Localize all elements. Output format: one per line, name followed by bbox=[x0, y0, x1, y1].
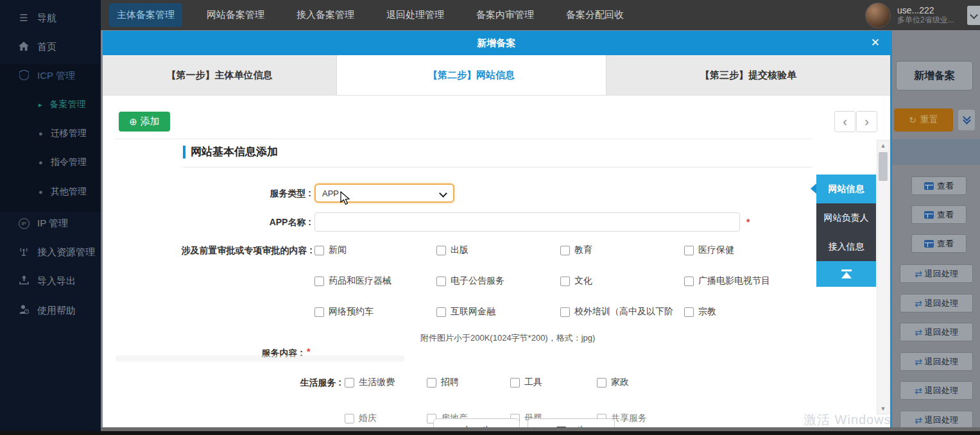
view-label: 查看 bbox=[937, 238, 954, 250]
view-button[interactable]: 查看 bbox=[911, 176, 967, 195]
sidebar-subitem-migration-mgmt[interactable]: ● 迁移管理 bbox=[0, 121, 101, 146]
back-to-top-button[interactable] bbox=[816, 261, 876, 287]
return-handle-button[interactable]: ⇄ 退回处理 bbox=[900, 381, 973, 400]
anchor-pointer-icon bbox=[811, 183, 816, 194]
modal-header: 新增备案 ✕ bbox=[103, 31, 890, 55]
checkbox-label: 生活缴费 bbox=[359, 377, 395, 388]
section-title-bar bbox=[183, 146, 185, 158]
return-handle-button[interactable]: ⇄ 退回处理 bbox=[900, 323, 973, 341]
sidebar-subitem-label: 指令管理 bbox=[51, 157, 87, 168]
step-tab-subject-info[interactable]: 【第一步】主体单位信息 bbox=[103, 55, 337, 95]
prev-page-button[interactable]: ‹ bbox=[834, 111, 855, 132]
anchor-access-info[interactable]: 接入信息 bbox=[816, 232, 876, 261]
return-handle-button[interactable]: ⇄ 退回处理 bbox=[900, 411, 973, 429]
checkbox-recruiting[interactable]: 招聘 bbox=[427, 377, 459, 388]
sidebar-item-ip[interactable]: IP IP 管理 bbox=[0, 210, 101, 236]
checkbox-icon bbox=[510, 378, 520, 388]
checkbox-wedding[interactable]: 婚庆 bbox=[345, 413, 377, 424]
checkbox-label: 新闻 bbox=[329, 244, 347, 256]
checkbox-fintech[interactable]: 互联网金融 bbox=[436, 306, 495, 318]
view-button[interactable]: 查看 bbox=[911, 205, 967, 224]
checkbox-label: 宗教 bbox=[698, 306, 716, 318]
checkbox-label: 网络预约车 bbox=[329, 306, 374, 318]
sidebar-item-nav[interactable]: ☰ 导航 bbox=[0, 5, 101, 31]
user-org: 多单位2省级业... bbox=[897, 15, 965, 25]
checkbox-news[interactable]: 新闻 bbox=[314, 244, 347, 256]
collapse-toolbar-button[interactable] bbox=[958, 110, 975, 130]
user-dropdown-button[interactable] bbox=[967, 6, 980, 25]
checkbox-education[interactable]: 教育 bbox=[560, 244, 592, 256]
checkbox-culture[interactable]: 文化 bbox=[560, 275, 592, 287]
anchor-website-manager[interactable]: 网站负责人 bbox=[816, 203, 876, 232]
checkbox-icon bbox=[436, 277, 446, 286]
checkbox-bbs[interactable]: 电子公告服务 bbox=[436, 275, 504, 287]
checkbox-label: 出版 bbox=[451, 244, 469, 256]
return-handle-button[interactable]: ⇄ 退回处理 bbox=[900, 294, 973, 312]
checkbox-pharma[interactable]: 药品和医疗器械 bbox=[314, 275, 391, 287]
checkbox-label: 互联网金融 bbox=[451, 306, 495, 318]
view-label: 查看 bbox=[937, 209, 954, 221]
tab-internal-review[interactable]: 备案内审管理 bbox=[469, 3, 542, 27]
view-button[interactable]: 查看 bbox=[911, 234, 967, 253]
checkbox-training[interactable]: 校外培训（高中及以下阶 bbox=[560, 306, 673, 318]
user-text: use...222 多单位2省级业... bbox=[897, 5, 965, 25]
return-handle-button[interactable]: ⇄ 退回处理 bbox=[900, 352, 973, 371]
tab-filing-allocation[interactable]: 备案分配回收 bbox=[558, 3, 632, 27]
checkbox-tools[interactable]: 工具 bbox=[510, 377, 542, 388]
checkbox-icon bbox=[427, 378, 436, 388]
modal-step-tabs: 【第一步】主体单位信息 【第二步】网站信息 【第三步】提交核验单 bbox=[103, 55, 890, 96]
checkbox-ridehailing[interactable]: 网络预约车 bbox=[314, 306, 374, 318]
checkbox-label: 家政 bbox=[611, 377, 629, 388]
close-icon[interactable]: ✕ bbox=[871, 36, 880, 49]
sidebar-item-home[interactable]: 首页 bbox=[0, 34, 101, 60]
checkbox-icon bbox=[684, 307, 694, 317]
checkbox-icon bbox=[684, 277, 694, 286]
new-filing-modal: 新增备案 ✕ 【第一步】主体单位信息 【第二步】网站信息 【第三步】提交核验单 … bbox=[103, 31, 892, 427]
tab-website-filing[interactable]: 网站备案管理 bbox=[199, 3, 272, 27]
checkbox-icon bbox=[597, 378, 606, 388]
tab-subject-filing[interactable]: 主体备案管理 bbox=[109, 3, 182, 27]
return-handle-button[interactable]: ⇄ 退回处理 bbox=[900, 264, 973, 283]
tab-access-filing[interactable]: 接入备案管理 bbox=[289, 3, 362, 27]
app-name-input[interactable] bbox=[314, 212, 740, 232]
reset-button[interactable]: ↻ 重置 bbox=[894, 108, 953, 132]
checkbox-religion[interactable]: 宗教 bbox=[684, 306, 716, 318]
sidebar-subitem-filing-mgmt[interactable]: ▸ 备案管理 bbox=[0, 92, 101, 117]
sidebar-item-access-resources[interactable]: 接入资源管理 bbox=[0, 239, 101, 265]
service-type-select[interactable]: APP bbox=[314, 183, 454, 203]
view-label: 查看 bbox=[937, 180, 954, 192]
checkbox-label: 招聘 bbox=[441, 377, 459, 388]
table-header-band bbox=[892, 139, 980, 165]
ip-circle-icon: IP bbox=[17, 218, 31, 229]
sidebar-item-icp[interactable]: ICP 管理 bbox=[0, 63, 101, 89]
scroll-up-icon[interactable]: ▲ bbox=[877, 142, 889, 149]
table-icon bbox=[924, 240, 934, 248]
avatar[interactable] bbox=[865, 3, 891, 28]
sidebar-item-help[interactable]: ? 使用帮助 bbox=[0, 298, 101, 323]
tab-return-processing[interactable]: 退回处理管理 bbox=[379, 3, 452, 27]
checkbox-broadcast[interactable]: 广播电影电视节目 bbox=[684, 275, 770, 287]
checkbox-label: 校外培训（高中及以下阶 bbox=[574, 306, 673, 318]
anchor-website-info[interactable]: 网站信息 bbox=[816, 175, 876, 203]
add-button[interactable]: ⊕ 添加 bbox=[119, 112, 170, 132]
checkbox-healthcare[interactable]: 医疗保健 bbox=[684, 244, 734, 256]
step-tab-website-info[interactable]: 【第二步】网站信息 bbox=[337, 55, 606, 95]
sidebar: ☰ 导航 首页 ICP 管理 ▸ 备案管理 ● 迁移管理 ● 指令管理 bbox=[0, 0, 101, 431]
checkbox-icon bbox=[560, 307, 570, 317]
sidebar-subitem-other-mgmt[interactable]: ● 其他管理 bbox=[0, 180, 101, 204]
new-filing-button[interactable]: 新增备案 bbox=[896, 61, 973, 90]
return-label: 退回处理 bbox=[925, 298, 958, 309]
checkbox-publishing[interactable]: 出版 bbox=[436, 244, 469, 256]
bottom-bar-black bbox=[0, 431, 980, 435]
next-page-button[interactable]: › bbox=[856, 111, 877, 132]
sidebar-subitem-directive-mgmt[interactable]: ● 指令管理 bbox=[0, 150, 101, 175]
checkbox-utility-pay[interactable]: 生活缴费 bbox=[345, 377, 395, 388]
sidebar-item-import-export[interactable]: 导入导出 bbox=[0, 268, 101, 294]
step-tab-submit-verification[interactable]: 【第三步】提交核验单 bbox=[606, 55, 890, 95]
scrollbar-thumb[interactable] bbox=[879, 152, 888, 181]
add-label: 添加 bbox=[141, 115, 160, 128]
toolbar-divider bbox=[116, 139, 812, 139]
section-title-text: 网站基本信息添加 bbox=[191, 144, 278, 159]
checkbox-housekeeping[interactable]: 家政 bbox=[597, 377, 629, 388]
modal-scrollbar[interactable]: ▲ ▼ bbox=[877, 140, 890, 414]
